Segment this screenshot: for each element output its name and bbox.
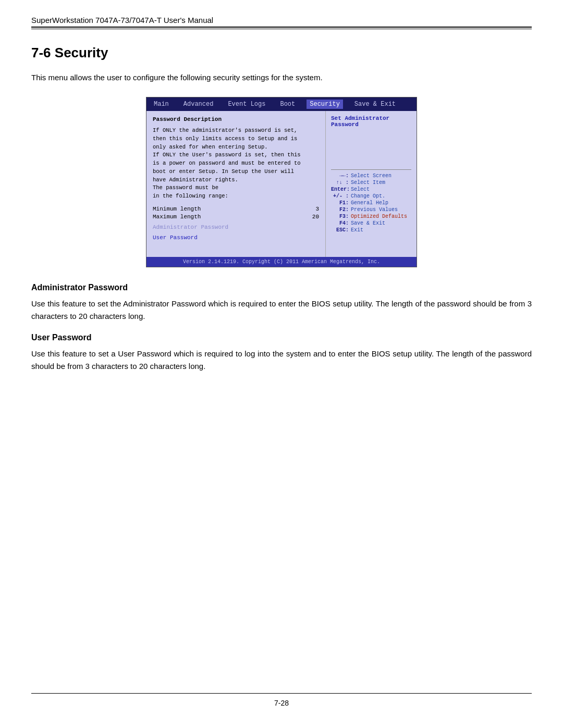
bios-key-f4-desc: Save & Exit: [351, 220, 385, 226]
bios-key-f3-label: F3:: [331, 214, 351, 219]
bios-right-divider: [331, 169, 411, 170]
bios-admin-password-link[interactable]: Administrator Password: [153, 224, 319, 230]
bios-menu-boot[interactable]: Boot: [277, 100, 298, 109]
bios-key-enter: Enter:: [331, 187, 351, 192]
bios-menu-saveexit[interactable]: Save & Exit: [351, 100, 399, 109]
bios-key-f1: F1: General Help: [331, 200, 411, 206]
bios-key-updown: ↑↓ :: [331, 180, 351, 186]
bios-key-esc: ESC: Exit: [331, 227, 411, 233]
bios-key-esc-label: ESC:: [331, 227, 351, 233]
bios-key-arrows: →←:: [331, 173, 351, 179]
bios-screenshot: Main Advanced Event Logs Boot Security S…: [146, 97, 417, 267]
bios-menu-main[interactable]: Main: [151, 100, 172, 109]
bios-key-select-desc: Select: [351, 187, 370, 192]
bios-key-f3-desc: Optimized Defaults: [351, 214, 407, 219]
page-number: 7-28: [274, 699, 289, 707]
bios-key-selectscreen-desc: Select Screen: [351, 173, 391, 179]
bios-key-selectscreen: →←: Select Screen: [331, 173, 411, 179]
bios-key-f3: F3: Optimized Defaults: [331, 214, 411, 219]
section-name: Security: [55, 45, 108, 60]
bios-max-length-row: Maximum length 20: [153, 214, 319, 220]
bios-key-f1-label: F1:: [331, 200, 351, 206]
bios-right-panel: Set Administrator Password →←: Select Sc…: [325, 111, 417, 257]
bios-key-f4-label: F4:: [331, 220, 351, 226]
bios-footer: Version 2.14.1219. Copyright (C) 2011 Am…: [146, 257, 417, 267]
bios-min-length-row: Minimum length 3: [153, 206, 319, 212]
bios-menu-eventlogs[interactable]: Event Logs: [225, 100, 268, 109]
bios-min-length-value: 3: [315, 206, 319, 212]
page-header: SuperWorkstation 7047A-73/7047A-T User's…: [31, 16, 532, 24]
bios-key-esc-desc: Exit: [351, 227, 363, 233]
page-footer: 7-28: [31, 693, 532, 707]
bios-password-desc-title: Password Description: [153, 116, 319, 122]
bios-key-plusminus: +/- :: [331, 193, 351, 199]
admin-password-heading: Administrator Password: [31, 283, 532, 292]
bios-key-f2-desc: Previous Values: [351, 207, 398, 213]
bios-key-changeopt: +/- : Change Opt.: [331, 193, 411, 199]
bios-key-selectitem: ↑↓ : Select Item: [331, 180, 411, 186]
intro-text: This menu allows the user to configure t…: [31, 71, 532, 84]
bios-right-title: Set Administrator Password: [331, 115, 411, 128]
bios-key-changeopt-desc: Change Opt.: [351, 193, 385, 199]
bios-key-f2-label: F2:: [331, 207, 351, 213]
bios-key-f4: F4: Save & Exit: [331, 220, 411, 226]
bios-menu-security[interactable]: Security: [307, 100, 343, 109]
bios-menu-advanced[interactable]: Advanced: [180, 100, 217, 109]
section-number: 7-6: [31, 45, 51, 60]
bios-max-length-label: Maximum length: [153, 214, 201, 220]
bios-left-panel: Password Description If ONLY the adminis…: [146, 111, 325, 257]
bios-key-f1-desc: General Help: [351, 200, 388, 206]
bios-key-f2: F2: Previous Values: [331, 207, 411, 213]
bios-description: If ONLY the administrator's password is …: [153, 127, 319, 201]
user-password-heading: User Password: [31, 333, 532, 342]
bios-user-password-link[interactable]: User Password: [153, 235, 319, 241]
user-password-text: Use this feature to set a User Password …: [31, 348, 532, 373]
bios-key-select: Enter: Select: [331, 187, 411, 192]
bios-menubar: Main Advanced Event Logs Boot Security S…: [146, 97, 417, 111]
bios-key-selectitem-desc: Select Item: [351, 180, 385, 186]
bios-body: Password Description If ONLY the adminis…: [146, 111, 417, 257]
section-title: 7-6 Security: [31, 45, 532, 61]
admin-password-text: Use this feature to set the Administrato…: [31, 298, 532, 323]
bios-min-length-label: Minimum length: [153, 206, 201, 212]
bios-max-length-value: 20: [312, 214, 319, 220]
